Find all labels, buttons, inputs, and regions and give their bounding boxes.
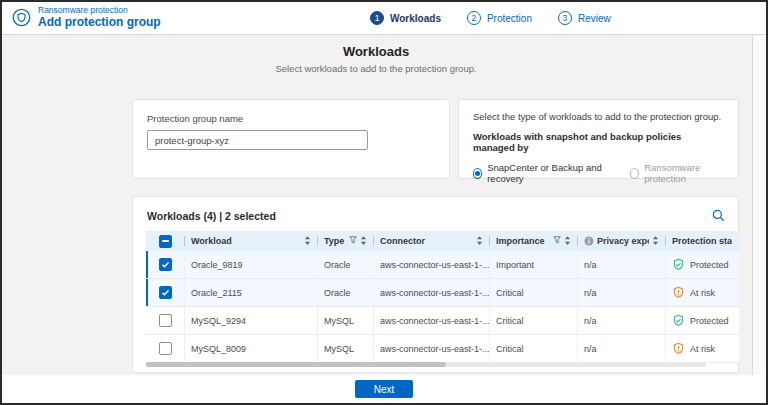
- step-label: Review: [578, 13, 611, 24]
- filter-icon[interactable]: [349, 236, 357, 246]
- sort-icon[interactable]: [304, 236, 311, 247]
- row-checkbox-cell: [146, 279, 185, 306]
- step-label: Protection: [487, 13, 532, 24]
- top-header: Ransomware protection Add protection gro…: [2, 2, 766, 35]
- main-subtitle: Select workloads to add to the protectio…: [2, 63, 750, 74]
- search-icon[interactable]: [712, 209, 725, 222]
- radio-snapcenter-backup-recovery[interactable]: SnapCenter or Backup and recovery: [473, 162, 610, 184]
- column-label: Protection status: [672, 236, 732, 246]
- sort-icon[interactable]: [476, 236, 483, 247]
- workload-type-card: Select the type of workloads to add to t…: [458, 99, 739, 179]
- step-number: 1: [370, 11, 384, 25]
- sort-icon[interactable]: [360, 236, 367, 247]
- name-field-label: Protection group name: [147, 113, 435, 124]
- table-row[interactable]: MySQL_8009 MySQL aws-connector-us-east-1…: [146, 335, 739, 363]
- workload-privacy-exposure: n/a: [578, 279, 666, 306]
- workload-connector: aws-connector-us-east-1-...: [374, 279, 490, 306]
- workloads-table: Workload Type: [146, 231, 739, 363]
- shield-exclamation-icon: [672, 286, 685, 299]
- brand: Ransomware protection Add protection gro…: [2, 6, 161, 30]
- protection-group-name-input[interactable]: [147, 130, 368, 150]
- workload-protection-status: At risk: [666, 279, 739, 306]
- workload-connector: aws-connector-us-east-1-...: [374, 335, 490, 362]
- sort-icon[interactable]: [652, 236, 659, 247]
- column-header-workload[interactable]: Workload: [185, 231, 318, 251]
- step-review[interactable]: 3 Review: [558, 11, 611, 25]
- step-workloads[interactable]: 1 Workloads: [370, 11, 441, 25]
- app-window: Ransomware protection Add protection gro…: [0, 0, 768, 405]
- wizard-stepper: 1 Workloads 2 Protection 3 Review: [370, 2, 611, 34]
- column-header-importance[interactable]: Importance: [490, 231, 578, 251]
- workload-name: MySQL_9294: [185, 307, 318, 334]
- row-checkbox[interactable]: [159, 314, 172, 327]
- column-header-protection-status[interactable]: Protection status: [666, 231, 739, 251]
- step-protection[interactable]: 2 Protection: [467, 11, 532, 25]
- page-head: Workloads Select workloads to add to the…: [2, 44, 750, 74]
- row-checkbox[interactable]: [159, 286, 172, 299]
- status-label: At risk: [690, 344, 715, 354]
- row-checkbox-cell: [146, 307, 185, 334]
- column-label: Privacy exposure: [597, 236, 649, 246]
- table-row[interactable]: Oracle_9819 Oracle aws-connector-us-east…: [146, 251, 739, 279]
- type-radio-group: SnapCenter or Backup and recovery Ransom…: [473, 162, 724, 184]
- next-button[interactable]: Next: [355, 380, 413, 398]
- workload-importance: Critical: [490, 307, 578, 334]
- radio-icon: [473, 168, 482, 179]
- workload-privacy-exposure: n/a: [578, 307, 666, 334]
- workload-protection-status: Protected: [666, 307, 739, 334]
- shield-check-icon: [672, 258, 685, 271]
- sort-icon[interactable]: [564, 236, 571, 247]
- workload-privacy-exposure: n/a: [578, 251, 666, 278]
- type-group-label: Workloads with snapshot and backup polic…: [473, 131, 724, 153]
- row-checkbox[interactable]: [159, 342, 172, 355]
- column-header-privacy-exposure[interactable]: Privacy exposure: [578, 231, 666, 251]
- workload-importance: Critical: [490, 335, 578, 362]
- header-titles: Ransomware protection Add protection gro…: [38, 6, 161, 30]
- radio-icon: [630, 168, 639, 179]
- table-summary: Workloads (4) | 2 selected: [133, 197, 738, 231]
- vertical-scrollbar-track[interactable]: [752, 35, 766, 375]
- column-label: Workload: [191, 236, 301, 246]
- status-label: Protected: [690, 316, 729, 326]
- table-row[interactable]: Oracle_2115 Oracle aws-connector-us-east…: [146, 279, 739, 307]
- radio-label: Ransomware protection: [644, 162, 724, 184]
- column-header-type[interactable]: Type: [318, 231, 374, 251]
- table-row[interactable]: MySQL_9294 MySQL aws-connector-us-east-1…: [146, 307, 739, 335]
- row-checkbox-cell: [146, 251, 185, 278]
- row-checkbox[interactable]: [159, 258, 172, 271]
- workload-privacy-exposure: n/a: [578, 335, 666, 362]
- protection-group-name-card: Protection group name: [132, 99, 450, 179]
- column-label: Importance: [496, 236, 550, 246]
- column-label: Connector: [380, 236, 473, 246]
- radio-label: SnapCenter or Backup and recovery: [487, 162, 610, 184]
- workload-importance: Critical: [490, 279, 578, 306]
- page-title: Add protection group: [38, 16, 161, 30]
- step-label: Workloads: [390, 13, 441, 24]
- workload-protection-status: Protected: [666, 251, 739, 278]
- radio-ransomware-protection[interactable]: Ransomware protection: [630, 162, 724, 184]
- indeterminate-checkbox-icon: [159, 235, 172, 248]
- horizontal-scrollbar-thumb[interactable]: [146, 362, 446, 367]
- shield-exclamation-icon: [672, 342, 685, 355]
- status-label: At risk: [690, 288, 715, 298]
- workload-protection-status: At risk: [666, 335, 739, 362]
- workload-type: MySQL: [318, 335, 374, 362]
- cards-row: Protection group name Select the type of…: [132, 99, 739, 179]
- step-number: 2: [467, 11, 481, 25]
- column-header-connector[interactable]: Connector: [374, 231, 490, 251]
- workload-name: Oracle_9819: [185, 251, 318, 278]
- info-icon: [584, 236, 594, 246]
- table-header-row: Workload Type: [146, 231, 739, 251]
- shield-check-icon: [672, 314, 685, 327]
- filter-icon[interactable]: [553, 236, 561, 246]
- step-number: 3: [558, 11, 572, 25]
- workload-connector: aws-connector-us-east-1-...: [374, 251, 490, 278]
- footer-bar: Next: [2, 375, 766, 403]
- workload-type: Oracle: [318, 279, 374, 306]
- workload-importance: Important: [490, 251, 578, 278]
- status-label: Protected: [690, 260, 729, 270]
- horizontal-scrollbar-track[interactable]: [146, 362, 706, 367]
- select-all-checkbox[interactable]: [146, 231, 185, 251]
- ransomware-protection-icon: [12, 8, 31, 27]
- workload-connector: aws-connector-us-east-1-...: [374, 307, 490, 334]
